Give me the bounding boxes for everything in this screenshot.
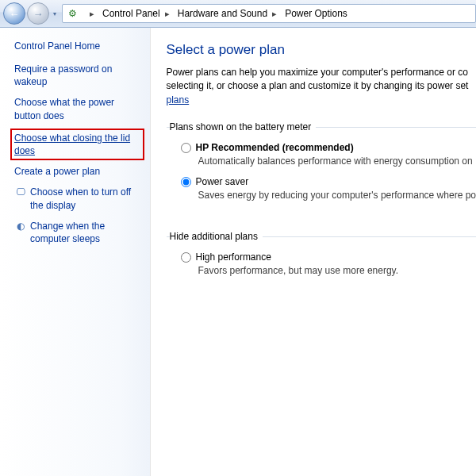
breadcrumb-label: Control Panel — [102, 8, 160, 19]
control-panel-home-link[interactable]: Control Panel Home — [14, 40, 140, 52]
plan-desc: Automatically balances performance with … — [198, 155, 476, 167]
task-require-password[interactable]: Require a password on wakeup — [14, 63, 140, 88]
task-turn-off-display[interactable]: 🖵 Choose when to turn off the display — [14, 186, 140, 211]
plan-label[interactable]: HP Recommended (recommended) — [196, 142, 354, 153]
intro-line-2: selecting it, or choose a plan and custo… — [167, 80, 469, 91]
sidebar: Control Panel Home Require a password on… — [0, 28, 151, 476]
address-bar: ← → ▾ ⚙ ▸ Control Panel ▸ Hardware and S… — [0, 0, 476, 28]
breadcrumb-label: Power Options — [285, 8, 347, 19]
intro-link[interactable]: plans — [167, 94, 190, 106]
breadcrumb-label: Hardware and Sound — [178, 8, 267, 19]
breadcrumb-control-panel[interactable]: Control Panel ▸ — [98, 5, 173, 22]
task-computer-sleeps[interactable]: ◐ Change when the computer sleeps — [14, 220, 140, 245]
task-link[interactable]: Choose what the power button does — [14, 96, 140, 121]
sleep-icon: ◐ — [14, 220, 27, 232]
control-panel-icon: ⚙ — [66, 7, 79, 20]
task-link[interactable]: Choose what closing the lid does — [14, 132, 140, 157]
breadcrumb: ⚙ ▸ Control Panel ▸ Hardware and Sound ▸… — [62, 4, 476, 23]
plan-radio-power-saver[interactable] — [181, 177, 191, 187]
page-title: Select a power plan — [167, 42, 476, 58]
task-link[interactable]: Change when the computer sleeps — [30, 220, 140, 245]
plans-additional-group: Hide additional plans High performance F… — [167, 231, 476, 292]
plan-label[interactable]: Power saver — [196, 176, 249, 187]
breadcrumb-hardware-and-sound[interactable]: Hardware and Sound ▸ — [173, 5, 280, 22]
intro-line-1: Power plans can help you maximize your c… — [167, 67, 468, 78]
plan-label[interactable]: High performance — [196, 251, 271, 263]
task-create-power-plan[interactable]: Create a power plan — [14, 165, 140, 178]
nav-history-dropdown[interactable]: ▾ — [51, 3, 59, 24]
chevron-right-icon: ▸ — [272, 9, 277, 19]
plan-high-performance: High performance Favors performance, but… — [181, 251, 476, 276]
task-power-button[interactable]: Choose what the power button does — [14, 96, 140, 121]
group-legend: Plans shown on the battery meter — [170, 121, 317, 132]
plan-radio-hp[interactable] — [181, 143, 191, 153]
content: Control Panel Home Require a password on… — [0, 28, 476, 476]
intro-text: Power plans can help you maximize your c… — [167, 66, 476, 107]
plans-battery-meter-group: Plans shown on the battery meter HP Reco… — [167, 121, 476, 217]
plan-power-saver: Power saver Saves energy by reducing you… — [181, 176, 476, 201]
task-link[interactable]: Create a power plan — [14, 165, 100, 178]
plan-radio-high-performance[interactable] — [181, 252, 191, 263]
forward-button[interactable]: → — [27, 2, 49, 25]
plan-hp-recommended: HP Recommended (recommended) Automatical… — [181, 142, 476, 167]
nav-buttons: ← → ▾ — [0, 2, 59, 25]
forward-arrow-icon: → — [33, 8, 44, 20]
group-legend: Hide additional plans — [170, 231, 263, 242]
back-arrow-icon: ← — [10, 8, 20, 20]
chevron-right-icon: ▸ — [90, 9, 94, 19]
chevron-right-icon: ▸ — [165, 9, 170, 19]
breadcrumb-root[interactable]: ▸ — [80, 5, 98, 22]
task-closing-lid[interactable]: Choose what closing the lid does — [12, 130, 143, 159]
plan-desc: Saves energy by reducing your computer's… — [198, 190, 476, 201]
display-icon: 🖵 — [14, 186, 27, 198]
task-link[interactable]: Require a password on wakeup — [14, 63, 140, 88]
task-link[interactable]: Choose when to turn off the display — [30, 186, 140, 211]
breadcrumb-power-options[interactable]: Power Options — [280, 5, 351, 22]
plan-desc: Favors performance, but may use more ene… — [198, 265, 476, 276]
main-pane: Select a power plan Power plans can help… — [151, 28, 476, 476]
back-button[interactable]: ← — [3, 2, 25, 25]
